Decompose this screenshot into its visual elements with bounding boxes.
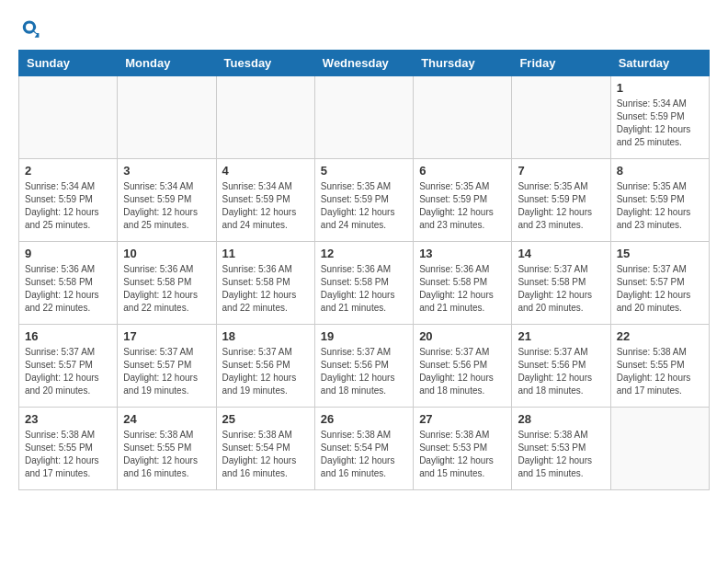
calendar-week-2: 2Sunrise: 5:34 AM Sunset: 5:59 PM Daylig…	[19, 159, 710, 242]
calendar-cell: 14Sunrise: 5:37 AM Sunset: 5:58 PM Dayli…	[512, 242, 610, 325]
day-number: 17	[123, 329, 210, 343]
calendar-cell: 23Sunrise: 5:38 AM Sunset: 5:55 PM Dayli…	[19, 408, 118, 490]
calendar-cell	[512, 76, 610, 159]
day-info: Sunrise: 5:38 AM Sunset: 5:53 PM Dayligh…	[419, 429, 506, 480]
day-number: 16	[25, 329, 111, 343]
day-number: 4	[222, 164, 309, 178]
weekday-tuesday: Tuesday	[216, 51, 314, 76]
calendar-cell: 8Sunrise: 5:35 AM Sunset: 5:59 PM Daylig…	[610, 159, 709, 242]
day-number: 23	[25, 412, 111, 426]
calendar-week-5: 23Sunrise: 5:38 AM Sunset: 5:55 PM Dayli…	[19, 408, 710, 490]
day-number: 22	[617, 329, 703, 343]
day-number: 13	[419, 247, 506, 260]
day-info: Sunrise: 5:34 AM Sunset: 5:59 PM Dayligh…	[222, 180, 309, 232]
day-number: 6	[419, 164, 506, 178]
calendar-cell: 11Sunrise: 5:36 AM Sunset: 5:58 PM Dayli…	[216, 242, 314, 325]
calendar-cell: 18Sunrise: 5:37 AM Sunset: 5:56 PM Dayli…	[216, 325, 314, 408]
day-number: 3	[123, 164, 210, 178]
day-number: 12	[321, 247, 407, 260]
day-info: Sunrise: 5:34 AM Sunset: 5:59 PM Dayligh…	[123, 180, 210, 232]
day-number: 19	[321, 329, 407, 343]
calendar-week-3: 9Sunrise: 5:36 AM Sunset: 5:58 PM Daylig…	[19, 242, 710, 325]
weekday-wednesday: Wednesday	[314, 51, 413, 76]
calendar-cell: 9Sunrise: 5:36 AM Sunset: 5:58 PM Daylig…	[19, 242, 118, 325]
weekday-monday: Monday	[118, 51, 216, 76]
day-number: 5	[321, 164, 407, 178]
day-info: Sunrise: 5:36 AM Sunset: 5:58 PM Dayligh…	[419, 263, 506, 315]
calendar-cell: 17Sunrise: 5:37 AM Sunset: 5:57 PM Dayli…	[118, 325, 216, 408]
calendar-cell: 27Sunrise: 5:38 AM Sunset: 5:53 PM Dayli…	[414, 408, 512, 490]
page-header	[18, 18, 710, 40]
calendar-cell: 3Sunrise: 5:34 AM Sunset: 5:59 PM Daylig…	[118, 159, 216, 242]
weekday-friday: Friday	[512, 51, 610, 76]
calendar-table: SundayMondayTuesdayWednesdayThursdayFrid…	[18, 50, 710, 490]
weekday-sunday: Sunday	[19, 51, 118, 76]
day-number: 28	[518, 412, 604, 426]
logo	[18, 18, 44, 40]
day-info: Sunrise: 5:37 AM Sunset: 5:56 PM Dayligh…	[419, 346, 506, 397]
day-number: 11	[222, 247, 309, 260]
day-info: Sunrise: 5:37 AM Sunset: 5:58 PM Dayligh…	[518, 263, 604, 315]
day-info: Sunrise: 5:34 AM Sunset: 5:59 PM Dayligh…	[25, 180, 111, 232]
day-number: 26	[321, 412, 407, 426]
day-number: 14	[518, 247, 604, 260]
day-number: 21	[518, 329, 604, 343]
day-number: 9	[25, 247, 111, 260]
day-info: Sunrise: 5:37 AM Sunset: 5:57 PM Dayligh…	[617, 263, 703, 315]
day-info: Sunrise: 5:38 AM Sunset: 5:55 PM Dayligh…	[25, 429, 111, 480]
day-info: Sunrise: 5:38 AM Sunset: 5:54 PM Dayligh…	[222, 429, 309, 480]
day-number: 15	[617, 247, 703, 260]
calendar-week-4: 16Sunrise: 5:37 AM Sunset: 5:57 PM Dayli…	[19, 325, 710, 408]
calendar-cell: 22Sunrise: 5:38 AM Sunset: 5:55 PM Dayli…	[610, 325, 709, 408]
calendar-cell	[414, 76, 512, 159]
calendar-cell: 10Sunrise: 5:36 AM Sunset: 5:58 PM Dayli…	[118, 242, 216, 325]
calendar-cell	[118, 76, 216, 159]
day-info: Sunrise: 5:37 AM Sunset: 5:56 PM Dayligh…	[518, 346, 604, 397]
calendar-cell: 20Sunrise: 5:37 AM Sunset: 5:56 PM Dayli…	[414, 325, 512, 408]
calendar-cell	[19, 76, 118, 159]
day-info: Sunrise: 5:38 AM Sunset: 5:55 PM Dayligh…	[617, 346, 703, 397]
calendar-cell: 6Sunrise: 5:35 AM Sunset: 5:59 PM Daylig…	[414, 159, 512, 242]
day-info: Sunrise: 5:35 AM Sunset: 5:59 PM Dayligh…	[518, 180, 604, 232]
day-info: Sunrise: 5:37 AM Sunset: 5:56 PM Dayligh…	[222, 346, 309, 397]
calendar-week-1: 1Sunrise: 5:34 AM Sunset: 5:59 PM Daylig…	[19, 76, 710, 159]
weekday-saturday: Saturday	[610, 51, 709, 76]
day-number: 27	[419, 412, 506, 426]
calendar-cell: 25Sunrise: 5:38 AM Sunset: 5:54 PM Dayli…	[216, 408, 314, 490]
calendar-cell	[216, 76, 314, 159]
day-number: 18	[222, 329, 309, 343]
day-info: Sunrise: 5:37 AM Sunset: 5:56 PM Dayligh…	[321, 346, 407, 397]
day-number: 7	[518, 164, 604, 178]
calendar-cell	[610, 408, 709, 490]
calendar-cell: 21Sunrise: 5:37 AM Sunset: 5:56 PM Dayli…	[512, 325, 610, 408]
calendar-cell: 15Sunrise: 5:37 AM Sunset: 5:57 PM Dayli…	[610, 242, 709, 325]
calendar-cell: 28Sunrise: 5:38 AM Sunset: 5:53 PM Dayli…	[512, 408, 610, 490]
calendar-body: 1Sunrise: 5:34 AM Sunset: 5:59 PM Daylig…	[19, 76, 710, 490]
day-number: 8	[617, 164, 703, 178]
calendar-cell: 19Sunrise: 5:37 AM Sunset: 5:56 PM Dayli…	[314, 325, 413, 408]
day-info: Sunrise: 5:36 AM Sunset: 5:58 PM Dayligh…	[25, 263, 111, 315]
day-number: 24	[123, 412, 210, 426]
calendar-cell: 7Sunrise: 5:35 AM Sunset: 5:59 PM Daylig…	[512, 159, 610, 242]
calendar-cell: 2Sunrise: 5:34 AM Sunset: 5:59 PM Daylig…	[19, 159, 118, 242]
day-info: Sunrise: 5:35 AM Sunset: 5:59 PM Dayligh…	[617, 180, 703, 232]
day-info: Sunrise: 5:37 AM Sunset: 5:57 PM Dayligh…	[25, 346, 111, 397]
calendar-cell	[314, 76, 413, 159]
day-number: 1	[617, 81, 703, 95]
calendar-cell: 4Sunrise: 5:34 AM Sunset: 5:59 PM Daylig…	[216, 159, 314, 242]
calendar-cell: 12Sunrise: 5:36 AM Sunset: 5:58 PM Dayli…	[314, 242, 413, 325]
day-info: Sunrise: 5:38 AM Sunset: 5:55 PM Dayligh…	[123, 429, 210, 480]
calendar-cell: 24Sunrise: 5:38 AM Sunset: 5:55 PM Dayli…	[118, 408, 216, 490]
calendar-cell: 26Sunrise: 5:38 AM Sunset: 5:54 PM Dayli…	[314, 408, 413, 490]
day-info: Sunrise: 5:36 AM Sunset: 5:58 PM Dayligh…	[123, 263, 210, 315]
weekday-thursday: Thursday	[414, 51, 512, 76]
svg-point-0	[26, 24, 33, 31]
day-info: Sunrise: 5:38 AM Sunset: 5:53 PM Dayligh…	[518, 429, 604, 480]
day-number: 10	[123, 247, 210, 260]
logo-icon	[18, 18, 40, 40]
day-info: Sunrise: 5:36 AM Sunset: 5:58 PM Dayligh…	[321, 263, 407, 315]
calendar-cell: 1Sunrise: 5:34 AM Sunset: 5:59 PM Daylig…	[610, 76, 709, 159]
day-info: Sunrise: 5:36 AM Sunset: 5:58 PM Dayligh…	[222, 263, 309, 315]
day-info: Sunrise: 5:37 AM Sunset: 5:57 PM Dayligh…	[123, 346, 210, 397]
day-info: Sunrise: 5:35 AM Sunset: 5:59 PM Dayligh…	[321, 180, 407, 232]
